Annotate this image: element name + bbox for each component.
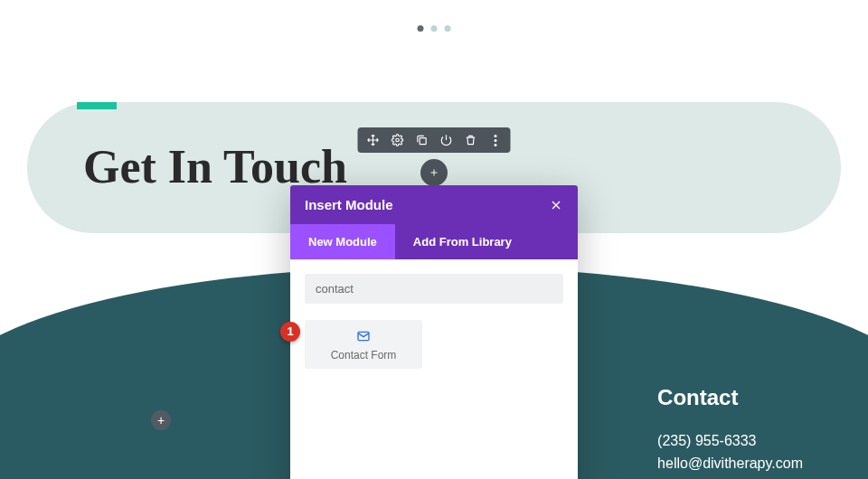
annotation-badge: 1 (280, 322, 300, 342)
module-option-contact-form[interactable]: Contact Form (305, 320, 422, 369)
plus-icon (429, 167, 439, 178)
power-icon[interactable] (440, 134, 453, 146)
contact-phone: (235) 955-6333 (657, 430, 803, 453)
modal-tabs: New Module Add From Library (290, 224, 578, 259)
add-module-button[interactable] (420, 159, 448, 186)
trash-icon[interactable] (465, 134, 477, 146)
svg-point-0 (396, 138, 400, 142)
carousel-dot[interactable] (418, 25, 424, 32)
insert-module-modal: Insert Module New Module Add From Librar… (290, 185, 578, 479)
modal-header: Insert Module (290, 185, 578, 224)
mail-icon (354, 329, 373, 343)
add-section-button[interactable]: + (151, 410, 171, 430)
carousel-dots (418, 25, 451, 32)
move-icon[interactable] (367, 134, 380, 146)
carousel-dot[interactable] (431, 25, 438, 32)
module-search-input[interactable] (305, 274, 563, 304)
gear-icon[interactable] (392, 134, 404, 146)
module-option-label: Contact Form (310, 349, 417, 362)
carousel-dot[interactable] (445, 25, 451, 32)
tab-add-from-library[interactable]: Add From Library (395, 224, 530, 259)
settings-toolbar (358, 127, 511, 153)
close-button[interactable] (549, 198, 563, 212)
contact-heading: Contact (657, 385, 803, 410)
contact-block: Contact (235) 955-6333 hello@divitherapy… (657, 385, 803, 475)
svg-rect-1 (420, 138, 426, 145)
clone-icon[interactable] (416, 134, 429, 146)
modal-title: Insert Module (305, 197, 393, 212)
contact-email: hello@divitherapy.com (657, 453, 803, 475)
more-icon[interactable] (489, 134, 502, 146)
modal-body: Contact Form (290, 259, 578, 479)
close-icon (549, 198, 563, 212)
tab-new-module[interactable]: New Module (290, 224, 395, 259)
